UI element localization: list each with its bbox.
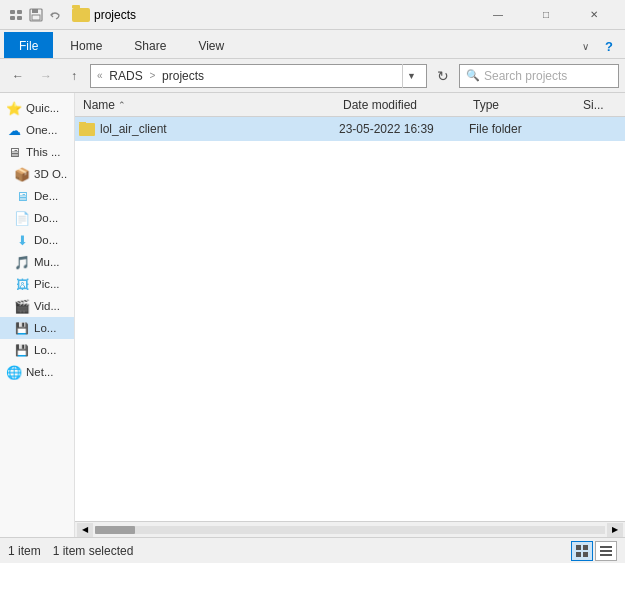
col-header-type[interactable]: Type (469, 98, 579, 112)
item-count: 1 item (8, 544, 41, 558)
documents-icon: 📄 (14, 210, 30, 226)
tab-file[interactable]: File (4, 32, 53, 58)
sidebar-item-local-disk2[interactable]: 💾 Lo... (0, 339, 74, 361)
sidebar-item-3d-objects[interactable]: 📦 3D O... (0, 163, 74, 185)
sort-arrow-name: ⌃ (118, 100, 126, 110)
star-icon: ⭐ (6, 100, 22, 116)
scroll-left-button[interactable]: ◀ (77, 523, 93, 537)
sidebar: ⭐ Quic... ☁ One... 🖥 This ... 📦 3D O... … (0, 93, 75, 537)
file-type-cell: File folder (469, 122, 579, 136)
svg-rect-9 (576, 552, 581, 557)
up-button[interactable]: ↑ (62, 64, 86, 88)
file-list: lol_air_client 23-05-2022 16:39 File fol… (75, 117, 625, 521)
svg-rect-1 (17, 10, 22, 14)
save-icon[interactable] (28, 7, 44, 23)
breadcrumb-projects[interactable]: projects (162, 69, 204, 83)
address-dropdown-btn[interactable]: ▼ (402, 64, 420, 88)
undo-icon[interactable] (48, 7, 64, 23)
col-header-date[interactable]: Date modified (339, 98, 469, 112)
sidebar-item-local-disk[interactable]: 💾 Lo... (0, 317, 74, 339)
svg-rect-12 (600, 550, 612, 552)
file-date: 23-05-2022 16:39 (339, 122, 434, 136)
table-row[interactable]: lol_air_client 23-05-2022 16:39 File fol… (75, 117, 625, 141)
view-list-button[interactable] (595, 541, 617, 561)
sidebar-item-videos[interactable]: 🎬 Vid... (0, 295, 74, 317)
tab-share[interactable]: Share (119, 32, 181, 58)
sidebar-label-downloads: Do... (34, 234, 58, 246)
status-right (571, 541, 617, 561)
scroll-right-button[interactable]: ▶ (607, 523, 623, 537)
sidebar-label-this-pc: This ... (26, 146, 61, 158)
sidebar-item-documents[interactable]: 📄 Do... (0, 207, 74, 229)
cloud-icon: ☁ (6, 122, 22, 138)
file-type: File folder (469, 122, 522, 136)
sidebar-label-local-disk: Lo... (34, 322, 56, 334)
breadcrumb-left-arrow: « (97, 70, 105, 81)
col-header-size[interactable]: Si... (579, 98, 621, 112)
sidebar-item-downloads[interactable]: ⬇ Do... (0, 229, 74, 251)
window-controls: — □ ✕ (475, 0, 617, 30)
desktop-icon: 🖥 (14, 188, 30, 204)
sidebar-label-onedrive: One... (26, 124, 57, 136)
ribbon: File Home Share View ∨ ? (0, 30, 625, 59)
pictures-icon: 🖼 (14, 276, 30, 292)
sidebar-item-onedrive[interactable]: ☁ One... (0, 119, 74, 141)
sidebar-item-quick-access[interactable]: ⭐ Quic... (0, 97, 74, 119)
sidebar-item-desktop[interactable]: 🖥 De... (0, 185, 74, 207)
selected-count: 1 item selected (53, 544, 134, 558)
file-name-cell: lol_air_client (79, 122, 339, 136)
breadcrumb-rads[interactable]: RADS (109, 69, 142, 83)
search-placeholder: Search projects (484, 69, 567, 83)
refresh-button[interactable]: ↻ (431, 64, 455, 88)
sidebar-label-documents: Do... (34, 212, 58, 224)
quick-access-toolbar-icon[interactable] (8, 7, 24, 23)
maximize-button[interactable]: □ (523, 0, 569, 30)
col-type-label: Type (473, 98, 499, 112)
3d-icon: 📦 (14, 166, 30, 182)
sidebar-item-this-pc[interactable]: 🖥 This ... (0, 141, 74, 163)
address-bar-row: ← → ↑ « RADS > projects ▼ ↻ 🔍 Search pro… (0, 59, 625, 93)
sidebar-label-local-disk2: Lo... (34, 344, 56, 356)
horizontal-scrollbar[interactable]: ◀ ▶ (75, 521, 625, 537)
sidebar-label-pictures: Pic... (34, 278, 60, 290)
view-grid-button[interactable] (571, 541, 593, 561)
forward-button[interactable]: → (34, 64, 58, 88)
column-headers: Name ⌃ Date modified Type Si... (75, 93, 625, 117)
sidebar-item-music[interactable]: 🎵 Mu... (0, 251, 74, 273)
sidebar-label-3d: 3D O... (34, 168, 68, 180)
help-button[interactable]: ? (597, 34, 621, 58)
scroll-thumb[interactable] (95, 526, 135, 534)
search-box[interactable]: 🔍 Search projects (459, 64, 619, 88)
back-button[interactable]: ← (6, 64, 30, 88)
close-button[interactable]: ✕ (571, 0, 617, 30)
address-box[interactable]: « RADS > projects ▼ (90, 64, 427, 88)
sidebar-item-pictures[interactable]: 🖼 Pic... (0, 273, 74, 295)
svg-rect-6 (32, 15, 40, 20)
svg-rect-10 (583, 552, 588, 557)
main-area: ⭐ Quic... ☁ One... 🖥 This ... 📦 3D O... … (0, 93, 625, 537)
col-header-name[interactable]: Name ⌃ (79, 98, 339, 112)
search-icon: 🔍 (466, 69, 480, 82)
title-bar: projects — □ ✕ (0, 0, 625, 30)
content-pane: Name ⌃ Date modified Type Si... lol_air_… (75, 93, 625, 537)
sidebar-label-desktop: De... (34, 190, 58, 202)
minimize-button[interactable]: — (475, 0, 521, 30)
sidebar-label-music: Mu... (34, 256, 60, 268)
col-name-label: Name (83, 98, 115, 112)
sidebar-label-network: Net... (26, 366, 53, 378)
file-date-cell: 23-05-2022 16:39 (339, 122, 469, 136)
status-bar: 1 item 1 item selected (0, 537, 625, 563)
svg-rect-11 (600, 546, 612, 548)
sidebar-item-network[interactable]: 🌐 Net... (0, 361, 74, 383)
svg-rect-13 (600, 554, 612, 556)
svg-rect-7 (576, 545, 581, 550)
ribbon-expand-btn[interactable]: ∨ (573, 34, 597, 58)
window-title: projects (94, 8, 475, 22)
scroll-track[interactable] (95, 526, 605, 534)
tab-home[interactable]: Home (55, 32, 117, 58)
svg-rect-5 (32, 9, 38, 13)
music-icon: 🎵 (14, 254, 30, 270)
tab-view[interactable]: View (183, 32, 239, 58)
globe-icon: 🌐 (6, 364, 22, 380)
title-folder-icon (72, 8, 90, 22)
